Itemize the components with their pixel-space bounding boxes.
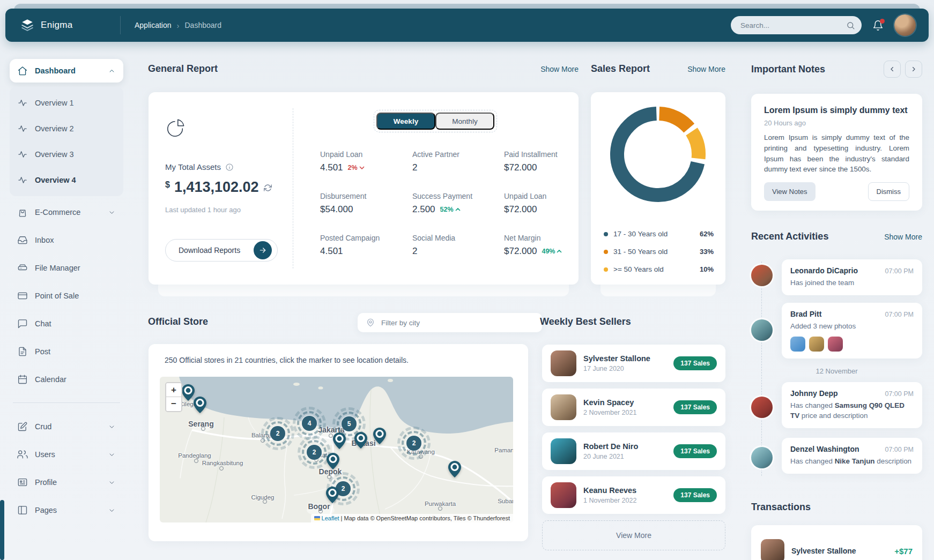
avatar [751, 319, 773, 341]
notes-next-button[interactable] [905, 61, 922, 78]
sidebar-item-calendar[interactable]: Calendar [10, 368, 123, 391]
filter-by-city-input[interactable] [380, 318, 536, 327]
trend-up-badge: 49% [542, 248, 562, 255]
sidebar-item-label: Point of Sale [35, 292, 79, 300]
download-reports-button[interactable]: Download Reports [165, 239, 278, 262]
general-report-show-more[interactable]: Show More [540, 65, 579, 73]
info-icon[interactable] [225, 163, 234, 171]
map-pin-marker[interactable] [354, 431, 368, 449]
map-cluster-marker[interactable]: 2 [406, 436, 421, 451]
legend-value: 33% [700, 248, 714, 256]
assets-label: My Total Assets [165, 162, 221, 171]
sidebar-subitem-overview-1[interactable]: Overview 1 [10, 90, 123, 116]
avatar [551, 350, 576, 376]
activity-time: 07:00 PM [885, 446, 914, 453]
best-seller-row: Robert De Niro20 June 2021137 Sales [542, 432, 725, 470]
activity-time: 07:00 PM [885, 311, 914, 318]
chevron-down-icon [108, 506, 116, 514]
stat-label: Active Partner [412, 150, 504, 159]
pie-chart-icon [165, 118, 186, 138]
stat-label: Paid Installment [504, 150, 579, 159]
refresh-icon[interactable] [263, 183, 272, 192]
sales-report-show-more[interactable]: Show More [687, 65, 725, 73]
dismiss-button[interactable]: Dismiss [868, 182, 910, 201]
photo-thumbnails [790, 337, 914, 352]
sales-badge: 137 Sales [673, 400, 717, 414]
breadcrumb-dashboard[interactable]: Dashboard [185, 21, 222, 29]
photo-thumbnail [828, 337, 843, 352]
notes-prev-button[interactable] [884, 61, 901, 78]
sidebar-item-point-of-sale[interactable]: Point of Sale [10, 284, 123, 308]
stat-value-row: 2 [412, 162, 504, 173]
sidebar-item-file-manager[interactable]: File Manager [10, 256, 123, 280]
activity-card: Brad Pitt07:00 PMAdded 3 new photos [782, 303, 922, 359]
stat-cell: Success Payment2.50052% [412, 192, 504, 234]
id-card-icon [17, 477, 28, 488]
sidebar-item-chat[interactable]: Chat [10, 312, 123, 335]
activity-name: Leonardo DiCaprio [790, 266, 858, 275]
toggle-weekly[interactable]: Weekly [376, 113, 435, 130]
map-zoom-out-button[interactable]: − [166, 397, 181, 411]
leaflet-link[interactable]: Leaflet [322, 515, 339, 521]
map-cluster-marker[interactable]: 2 [270, 426, 285, 441]
map-pin-marker[interactable] [332, 432, 346, 450]
map-cluster-marker[interactable]: 5 [342, 416, 357, 431]
map-cluster-marker[interactable]: 2 [307, 445, 322, 460]
view-more-button[interactable]: View More [542, 520, 725, 550]
stat-value-row: 4.5012% [320, 162, 412, 173]
search-input[interactable] [739, 21, 846, 30]
sidebar-item-dashboard[interactable]: Dashboard [10, 59, 123, 83]
home-icon [17, 65, 28, 76]
best-seller-row: Sylvester Stallone17 June 2020137 Sales [542, 345, 725, 382]
notifications-bell-icon[interactable] [872, 20, 884, 31]
chevron-up-icon [108, 67, 116, 75]
sidebar-item-inbox[interactable]: Inbox [10, 228, 123, 252]
stat-value-row: 2.50052% [412, 204, 504, 215]
brand-logo[interactable]: Enigma [5, 18, 120, 32]
stat-value-row: 2 [412, 246, 504, 257]
sales-badge: 137 Sales [673, 488, 717, 502]
stat-label: Disbursement [320, 192, 412, 200]
activity-card: Johnny Depp07:00 PMHas changed Samsung Q… [782, 382, 922, 428]
scrollbar-thumb[interactable] [0, 500, 4, 560]
sidebar-item-post[interactable]: Post [10, 340, 123, 363]
seller-date: 20 June 2021 [583, 453, 638, 460]
inbox-icon [17, 235, 28, 245]
sidebar-item-e-commerce[interactable]: E-Commerce [10, 200, 123, 224]
chart-legend: 17 - 30 Years old62%31 - 50 Years old33%… [604, 225, 714, 278]
map-pin-marker[interactable] [326, 452, 340, 470]
recent-activities-show-more[interactable]: Show More [884, 233, 922, 241]
user-avatar[interactable] [894, 14, 916, 36]
legend-dot [604, 267, 608, 272]
toggle-monthly[interactable]: Monthly [435, 113, 494, 130]
view-notes-button[interactable]: View Notes [764, 182, 816, 201]
stat-value: 4.501 [320, 246, 343, 257]
map-pin-marker[interactable] [193, 396, 207, 414]
map-city-label: Pandeglang [178, 452, 211, 459]
best-sellers-list: Sylvester Stallone17 June 2020137 SalesK… [542, 345, 725, 550]
sidebar-item-label: Inbox [35, 236, 54, 244]
map-pin-marker[interactable] [448, 460, 462, 478]
sidebar-item-users[interactable]: Users [10, 443, 123, 466]
map-pin-marker[interactable] [373, 427, 387, 445]
map-city-dot [201, 427, 205, 431]
chevron-down-icon [108, 208, 116, 216]
sidebar-item-pages[interactable]: Pages [10, 498, 123, 522]
sidebar-subitem-overview-4[interactable]: Overview 4 [10, 167, 123, 193]
map-pin-marker[interactable] [325, 486, 339, 504]
official-store-card: 250 Official stores in 21 countries, cli… [149, 344, 528, 541]
sidebar-subitem-overview-2[interactable]: Overview 2 [10, 116, 123, 141]
activity-header: Denzel Washington07:00 PM [790, 445, 914, 453]
sidebar-item-crud[interactable]: Crud [10, 415, 123, 438]
map-cluster-marker[interactable]: 4 [302, 416, 317, 431]
sidebar-item-label: File Manager [35, 264, 80, 272]
sales-report-header: Sales Report Show More [591, 63, 725, 74]
breadcrumb-application[interactable]: Application [135, 21, 172, 29]
store-map[interactable]: MerakCilegonSerangBalarajaPandeglangRang… [160, 377, 513, 522]
timeline-date-divider: 12 November [751, 367, 922, 375]
sidebar-subitem-overview-3[interactable]: Overview 3 [10, 141, 123, 167]
map-city-dot [263, 499, 267, 504]
sidebar-item-profile[interactable]: Profile [10, 471, 123, 494]
stat-value: 2 [412, 246, 417, 257]
map-zoom-in-button[interactable]: + [166, 383, 181, 397]
